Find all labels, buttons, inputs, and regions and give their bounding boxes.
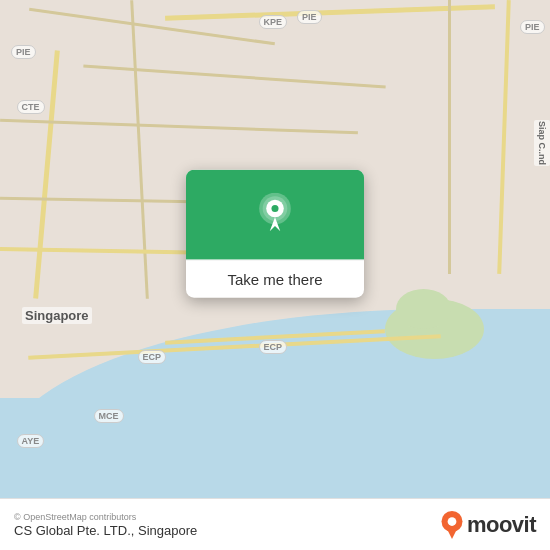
bottom-left: © OpenStreetMap contributors CS Global P… [14, 512, 197, 538]
ecp-label1: ECP [138, 350, 167, 364]
road-vert3 [448, 0, 451, 274]
map-area[interactable]: PIE PIE PIE KPE CTE ECP ECP Singapore AY… [0, 0, 550, 498]
cte-road [33, 50, 60, 298]
cte-label: CTE [17, 100, 45, 114]
copyright-text: © OpenStreetMap contributors [14, 512, 197, 522]
mce-label: MCE [94, 409, 124, 423]
pie-road-top [165, 4, 495, 21]
location-pin-icon [257, 193, 293, 237]
moovit-logo: moovit [441, 511, 536, 539]
popup-card: Take me there [186, 170, 364, 298]
pie-label-top: PIE [297, 10, 322, 24]
water-sea2 [0, 398, 330, 498]
pie-label-left: PIE [11, 45, 36, 59]
place-name: CS Global Pte. LTD., Singapore [14, 523, 197, 538]
pie-label-right: PIE [520, 20, 545, 34]
bottom-bar: © OpenStreetMap contributors CS Global P… [0, 498, 550, 550]
aye-label: AYE [17, 434, 45, 448]
moovit-pin-icon [441, 511, 463, 539]
app: PIE PIE PIE KPE CTE ECP ECP Singapore AY… [0, 0, 550, 550]
road-diag3 [0, 118, 357, 133]
sio-canal-label: Siap C..nd [534, 120, 550, 166]
singapore-label: Singapore [22, 307, 92, 324]
kpe-label: KPE [259, 15, 288, 29]
road-vert1 [130, 0, 149, 299]
popup-card-icon-area [186, 170, 364, 260]
moovit-text: moovit [467, 512, 536, 538]
svg-point-3 [271, 205, 278, 212]
ecp-label2: ECP [259, 340, 288, 354]
road-vert2 [497, 0, 511, 274]
svg-point-5 [448, 517, 457, 526]
road-diag2 [83, 64, 385, 88]
take-me-there-button[interactable]: Take me there [186, 260, 364, 298]
park-area2 [396, 289, 451, 329]
